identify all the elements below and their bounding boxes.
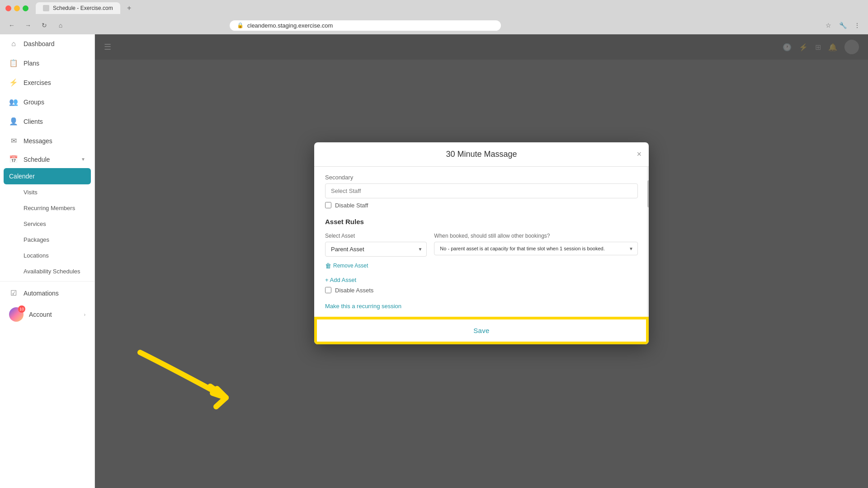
sidebar-item-messages[interactable]: ✉ Messages: [0, 131, 94, 150]
sidebar-item-label: Automations: [24, 290, 59, 297]
sidebar-item-label: Schedule: [24, 156, 50, 163]
sidebar-item-account[interactable]: 10 Account ›: [0, 303, 94, 326]
new-tab-button[interactable]: +: [124, 3, 135, 14]
recurring-members-label: Recurring Members: [24, 205, 75, 211]
close-window-btn[interactable]: [5, 5, 11, 11]
disable-staff-row: Disable Staff: [325, 202, 638, 209]
visits-label: Visits: [24, 189, 38, 196]
extensions-icon[interactable]: 🔧: [837, 20, 848, 31]
dashboard-icon: ⌂: [9, 40, 18, 48]
sidebar-item-label: Exercises: [24, 79, 51, 86]
disable-assets-row: Disable Assets: [325, 287, 638, 294]
modal-body: Secondary Disable Staff Asset Rules Sele…: [314, 167, 649, 317]
notification-badge: 10: [18, 305, 25, 313]
disable-assets-label: Disable Assets: [335, 287, 373, 294]
remove-asset-label: Remove Asset: [333, 263, 368, 269]
address-bar[interactable]: 🔒 cleandemo.staging.exercise.com: [230, 20, 501, 31]
modal-dialog: 30 Minute Massage × Secondary Disable St…: [314, 142, 649, 344]
asset-row: Select Asset Parent Asset ▼ When booked,…: [325, 233, 638, 257]
arrow-annotation: [122, 343, 280, 434]
when-booked-wrapper: No - parent asset is at capacity for tha…: [434, 242, 638, 255]
sidebar: ⌂ Dashboard 📋 Plans ⚡ Exercises 👥 Groups…: [0, 34, 95, 488]
tab-favicon: [43, 5, 49, 11]
maximize-window-btn[interactable]: [23, 5, 28, 11]
ssl-icon: 🔒: [237, 22, 244, 28]
automations-icon: ☑: [9, 289, 18, 297]
app-container: ⌂ Dashboard 📋 Plans ⚡ Exercises 👥 Groups…: [0, 34, 868, 488]
select-staff-input[interactable]: [325, 183, 638, 198]
recurring-session-link[interactable]: Make this a recurring session: [325, 303, 638, 310]
back-button[interactable]: ←: [5, 19, 18, 32]
toolbar-icons: ☆ 🔧 ⋮: [823, 20, 863, 31]
home-button[interactable]: ⌂: [54, 19, 67, 32]
select-asset-col: Select Asset Parent Asset ▼: [325, 233, 427, 257]
modal-footer: Save: [314, 317, 649, 344]
groups-icon: 👥: [9, 98, 18, 106]
sidebar-item-clients[interactable]: 👤 Clients: [0, 112, 94, 131]
sidebar-item-label: Plans: [24, 60, 39, 67]
disable-staff-checkbox[interactable]: [325, 202, 331, 208]
sidebar-sub-item-calendar[interactable]: Calender: [4, 168, 91, 184]
url-text: cleandemo.staging.exercise.com: [247, 22, 333, 29]
save-button[interactable]: Save: [316, 318, 647, 343]
sidebar-sub-item-packages[interactable]: Packages: [0, 232, 94, 248]
secondary-section: Secondary Disable Staff: [325, 174, 638, 209]
plans-icon: 📋: [9, 59, 18, 67]
sidebar-divider: [0, 281, 94, 282]
chevron-down-icon: ▼: [81, 157, 85, 162]
sidebar-item-schedule[interactable]: 📅 Schedule ▼: [0, 150, 94, 168]
select-asset-dropdown[interactable]: Parent Asset: [325, 242, 427, 257]
modal-header: 30 Minute Massage ×: [314, 142, 649, 167]
remove-icon: 🗑: [325, 262, 331, 269]
sidebar-item-automations[interactable]: ☑ Automations: [0, 283, 94, 303]
main-content: ☰ 🕐 ⚡ ⊞ 🔔 30 Minute Massage: [95, 34, 868, 488]
tab-title: Schedule - Exercise.com: [53, 5, 113, 11]
packages-label: Packages: [24, 236, 49, 243]
sidebar-item-label: Messages: [24, 137, 52, 145]
browser-titlebar: Schedule - Exercise.com +: [0, 0, 868, 16]
modal-overlay: 30 Minute Massage × Secondary Disable St…: [95, 34, 868, 488]
sidebar-sub-item-recurring-members[interactable]: Recurring Members: [0, 200, 94, 216]
sidebar-item-label: Clients: [24, 118, 43, 125]
modal-scrollbar-thumb[interactable]: [647, 180, 649, 207]
account-chevron-icon: ›: [84, 312, 85, 317]
services-label: Services: [24, 221, 46, 227]
sidebar-sub-item-availability-schedules[interactable]: Availability Schedules: [0, 263, 94, 279]
exercises-icon: ⚡: [9, 78, 18, 87]
forward-button[interactable]: →: [22, 19, 34, 32]
disable-assets-checkbox[interactable]: [325, 287, 331, 293]
schedule-icon: 📅: [9, 155, 18, 164]
add-asset-button[interactable]: + Add Asset: [325, 277, 638, 283]
window-controls: [5, 5, 28, 11]
clients-icon: 👤: [9, 117, 18, 126]
bookmark-icon[interactable]: ☆: [823, 20, 834, 31]
modal-scrollbar[interactable]: [647, 167, 649, 317]
sidebar-item-dashboard[interactable]: ⌂ Dashboard: [0, 34, 94, 53]
sidebar-sub-item-visits[interactable]: Visits: [0, 184, 94, 200]
account-label: Account: [29, 311, 52, 318]
when-booked-label: When booked, should still allow other bo…: [434, 233, 638, 239]
sidebar-item-groups[interactable]: 👥 Groups: [0, 92, 94, 112]
refresh-button[interactable]: ↻: [38, 19, 51, 32]
browser-toolbar: ← → ↻ ⌂ 🔒 cleandemo.staging.exercise.com…: [0, 16, 868, 34]
modal-title: 30 Minute Massage: [446, 150, 517, 159]
sidebar-sub-item-locations[interactable]: Locations: [0, 248, 94, 263]
browser-chrome: Schedule - Exercise.com + ← → ↻ ⌂ 🔒 clea…: [0, 0, 868, 34]
locations-label: Locations: [24, 252, 49, 259]
sidebar-item-plans[interactable]: 📋 Plans: [0, 53, 94, 73]
when-booked-dropdown[interactable]: No - parent asset is at capacity for tha…: [434, 242, 638, 255]
when-booked-col: When booked, should still allow other bo…: [434, 233, 638, 257]
sidebar-item-exercises[interactable]: ⚡ Exercises: [0, 73, 94, 92]
select-asset-label: Select Asset: [325, 233, 427, 239]
sidebar-sub-item-services[interactable]: Services: [0, 216, 94, 232]
disable-staff-label: Disable Staff: [335, 202, 368, 209]
add-asset-label: + Add Asset: [325, 277, 356, 283]
availability-schedules-label: Availability Schedules: [24, 268, 80, 275]
browser-tab[interactable]: Schedule - Exercise.com: [36, 2, 120, 14]
messages-icon: ✉: [9, 136, 18, 145]
select-asset-wrapper: Parent Asset ▼: [325, 242, 427, 257]
minimize-window-btn[interactable]: [14, 5, 20, 11]
modal-close-button[interactable]: ×: [637, 150, 642, 159]
remove-asset-button[interactable]: 🗑 Remove Asset: [325, 262, 638, 269]
menu-icon[interactable]: ⋮: [852, 20, 863, 31]
